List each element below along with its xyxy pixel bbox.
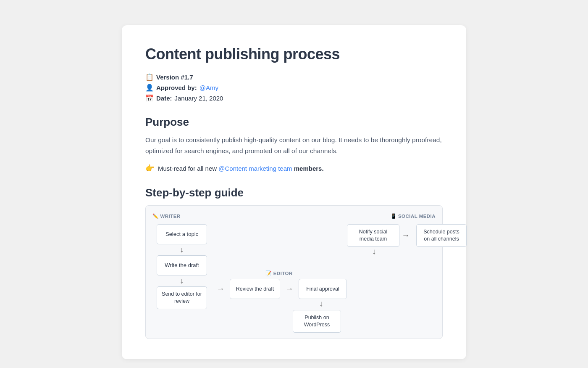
- approved-meta: 👤 Approved by: @Amy: [145, 84, 443, 92]
- schedule-posts-node: Schedule posts on all channels: [416, 224, 467, 247]
- callout-emoji: 👉: [145, 164, 155, 173]
- diagram-body: Select a topic ↓ Write the draft ↓ Send …: [152, 224, 436, 333]
- version-label: Version #1.7: [156, 74, 193, 81]
- final-approval-node: Final approval: [299, 279, 347, 299]
- social-emoji: 📱: [391, 213, 396, 219]
- purpose-body: Our goal is to consistently publish high…: [145, 135, 443, 156]
- editor-emoji: 📝: [265, 270, 271, 276]
- editor-row: → Review the draft → Final approval: [211, 279, 347, 299]
- write-draft-node: Write the draft: [157, 255, 207, 275]
- purpose-title: Purpose: [145, 116, 443, 129]
- publish-node: Publish on WordPress: [293, 310, 341, 333]
- social-column: Notify social media team → ↑: [347, 224, 414, 333]
- arr-up-1: ↑: [319, 299, 323, 310]
- writer-column: Select a topic ↓ Write the draft ↓ Send …: [152, 224, 211, 333]
- arrow-down-1: ↓: [180, 244, 184, 255]
- callout: 👉 Must-read for all new @Content marketi…: [145, 164, 443, 173]
- date-value: January 21, 2020: [175, 95, 223, 102]
- callout-text: Must-read for all new @Content marketing…: [158, 165, 324, 172]
- meta-block: 📋 Version #1.7 👤 Approved by: @Amy 📅 Dat…: [145, 73, 443, 102]
- flow-diagram: ✏️ WRITER 📱 SOCIAL MEDIA Select a topic …: [145, 205, 443, 339]
- version-icon: 📋: [145, 73, 154, 81]
- arr-right-2: →: [280, 284, 299, 294]
- middle-column: 📝 EDITOR → Review the draft → Final appr…: [211, 224, 347, 333]
- arr-right-1: →: [211, 284, 230, 294]
- schedule-column: Schedule posts on all channels: [414, 224, 469, 333]
- version-meta: 📋 Version #1.7: [145, 73, 443, 81]
- notify-social-node: Notify social media team: [347, 224, 399, 247]
- approved-icon: 👤: [145, 84, 154, 92]
- diagram-top-labels: ✏️ WRITER 📱 SOCIAL MEDIA: [152, 213, 436, 219]
- arr-up-2: ↑: [372, 247, 376, 258]
- arr-right-social: →: [399, 231, 412, 240]
- writer-label: ✏️ WRITER: [152, 213, 211, 219]
- select-topic-node: Select a topic: [157, 224, 207, 244]
- approved-link[interactable]: @Amy: [200, 84, 218, 91]
- approved-label: Approved by:: [156, 84, 197, 91]
- social-label: 📱 SOCIAL MEDIA: [391, 213, 436, 219]
- page-title: Content publishing process: [145, 45, 443, 63]
- date-meta: 📅 Date: January 21, 2020: [145, 94, 443, 102]
- callout-suffix: members.: [294, 165, 324, 172]
- arrow-down-2: ↓: [180, 275, 184, 286]
- writer-emoji: ✏️: [152, 213, 158, 219]
- review-draft-node: Review the draft: [230, 279, 280, 299]
- editor-label: 📝 EDITOR: [265, 270, 292, 276]
- callout-link[interactable]: @Content marketing team: [218, 165, 292, 172]
- date-label: Date:: [156, 95, 172, 102]
- guide-title: Step-by-step guide: [145, 186, 443, 199]
- notify-row: Notify social media team →: [347, 224, 414, 247]
- page-card: Content publishing process 📋 Version #1.…: [122, 25, 466, 359]
- send-to-editor-node: Send to editor for review: [157, 286, 207, 309]
- date-icon: 📅: [145, 94, 154, 102]
